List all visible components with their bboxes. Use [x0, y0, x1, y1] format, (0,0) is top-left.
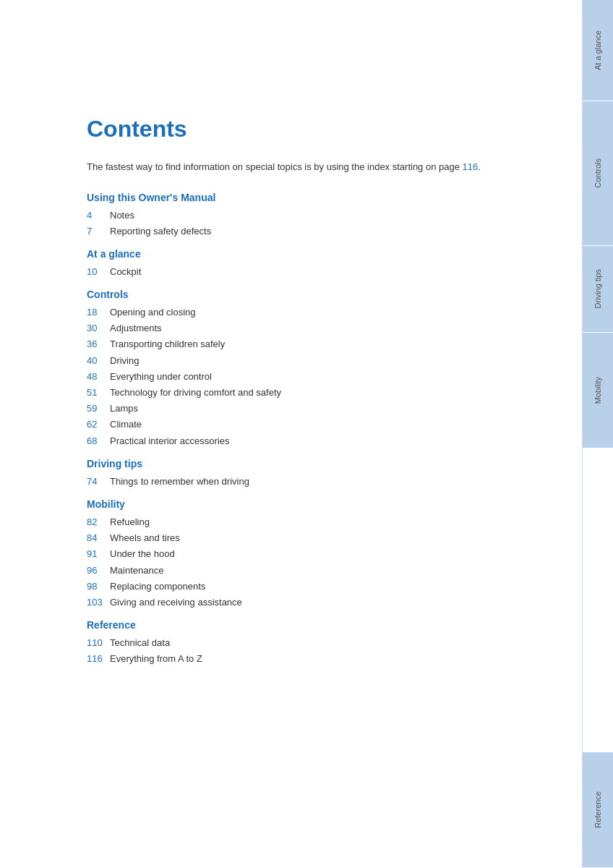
toc-item-text: Lamps	[110, 402, 138, 415]
toc-item-text: Technical data	[110, 637, 170, 650]
toc-item-text: Reporting safety defects	[110, 225, 211, 238]
page-content: Contents The fastest way to find informa…	[87, 116, 506, 676]
sidebar-tab-label-at-a-glance: At a glance	[593, 25, 602, 76]
toc-item-text: Giving and receiving assistance	[110, 596, 242, 609]
toc-page-number: 98	[87, 580, 110, 593]
sidebar-tab-label-driving-tips: Driving tips	[593, 263, 602, 314]
toc-page-number: 84	[87, 532, 110, 545]
sidebar-tab-at-a-glance[interactable]: At a glance	[583, 0, 613, 101]
toc-item-text: Opening and closing	[110, 306, 196, 319]
toc-page-number: 7	[87, 225, 110, 238]
toc-item: 7Reporting safety defects	[87, 225, 506, 238]
toc-section-controls: Controls18Opening and closing30Adjustmen…	[87, 289, 506, 448]
toc-item: 51Technology for driving comfort and saf…	[87, 386, 506, 399]
sidebar-tabs: At a glance Controls Driving tips Mobili…	[583, 0, 613, 868]
toc-item: 40Driving	[87, 354, 506, 367]
toc-item-text: Wheels and tires	[110, 532, 180, 545]
toc-section-driving-tips: Driving tips74Things to remember when dr…	[87, 458, 506, 488]
toc-page-number: 36	[87, 338, 110, 351]
intro-paragraph: The fastest way to find information on s…	[87, 160, 506, 174]
toc-page-number: 68	[87, 435, 110, 448]
toc-item: 4Notes	[87, 209, 506, 222]
sidebar-spacer	[583, 448, 613, 752]
toc-section-reference: Reference110Technical data116Everything …	[87, 619, 506, 665]
toc-page-number: 48	[87, 370, 110, 383]
toc-page-number: 82	[87, 516, 110, 529]
sidebar-tab-mobility[interactable]: Mobility	[583, 333, 613, 448]
toc-page-number: 10	[87, 265, 110, 278]
toc-item-text: Refueling	[110, 516, 150, 529]
toc-item-text: Notes	[110, 209, 134, 222]
toc-item: 10Cockpit	[87, 265, 506, 278]
toc-page-number: 30	[87, 322, 110, 335]
sidebar-tab-controls[interactable]: Controls	[583, 101, 613, 246]
toc-page-number: 74	[87, 475, 110, 488]
section-header: At a glance	[87, 248, 506, 260]
toc-item-text: Transporting children safely	[110, 338, 225, 351]
intro-link[interactable]: 116	[463, 161, 479, 172]
sidebar-line	[582, 0, 583, 868]
toc-item: 59Lamps	[87, 402, 506, 415]
toc-page-number: 40	[87, 354, 110, 367]
toc-item-text: Everything from A to Z	[110, 652, 202, 665]
toc-page-number: 116	[87, 652, 110, 665]
toc-item: 116Everything from A to Z	[87, 652, 506, 665]
toc-container: Using this Owner's Manual4Notes7Reportin…	[87, 192, 506, 666]
toc-item-text: Under the hood	[110, 548, 175, 561]
section-header: Controls	[87, 289, 506, 300]
toc-page-number: 96	[87, 564, 110, 577]
toc-page-number: 4	[87, 209, 110, 222]
toc-item: 110Technical data	[87, 637, 506, 650]
toc-item-text: Things to remember when driving	[110, 475, 249, 488]
toc-page-number: 51	[87, 386, 110, 399]
toc-page-number: 103	[87, 596, 110, 609]
toc-item: 84Wheels and tires	[87, 532, 506, 545]
toc-item-text: Maintenance	[110, 564, 163, 577]
toc-page-number: 110	[87, 637, 110, 650]
toc-page-number: 91	[87, 548, 110, 561]
toc-item-text: Climate	[110, 418, 142, 431]
toc-page-number: 18	[87, 306, 110, 319]
toc-item-text: Technology for driving comfort and safet…	[110, 386, 281, 399]
toc-item: 36Transporting children safely	[87, 338, 506, 351]
section-header: Reference	[87, 619, 506, 631]
toc-item: 68Practical interior accessories	[87, 435, 506, 448]
toc-item: 62Climate	[87, 418, 506, 431]
toc-item: 48Everything under control	[87, 370, 506, 383]
toc-item: 103Giving and receiving assistance	[87, 596, 506, 609]
sidebar-tab-label-reference: Reference	[593, 786, 602, 834]
toc-item: 74Things to remember when driving	[87, 475, 506, 488]
section-header: Using this Owner's Manual	[87, 192, 506, 203]
toc-item-text: Driving	[110, 354, 139, 367]
toc-item: 98Replacing components	[87, 580, 506, 593]
page-title: Contents	[87, 116, 506, 142]
toc-item-text: Practical interior accessories	[110, 435, 229, 448]
toc-section-using-this-owner's-manual: Using this Owner's Manual4Notes7Reportin…	[87, 192, 506, 238]
toc-item: 30Adjustments	[87, 322, 506, 335]
section-header: Mobility	[87, 498, 506, 510]
toc-page-number: 59	[87, 402, 110, 415]
toc-item-text: Replacing components	[110, 580, 205, 593]
toc-item-text: Adjustments	[110, 322, 162, 335]
toc-item: 96Maintenance	[87, 564, 506, 577]
sidebar-tab-label-mobility: Mobility	[593, 371, 602, 409]
toc-section-at-a-glance: At a glance10Cockpit	[87, 248, 506, 278]
sidebar-tab-driving-tips[interactable]: Driving tips	[583, 246, 613, 333]
toc-item: 91Under the hood	[87, 548, 506, 561]
sidebar-tab-reference[interactable]: Reference	[583, 752, 613, 868]
toc-item: 82Refueling	[87, 516, 506, 529]
toc-item-text: Cockpit	[110, 265, 141, 278]
toc-section-mobility: Mobility82Refueling84Wheels and tires91U…	[87, 498, 506, 609]
section-header: Driving tips	[87, 458, 506, 469]
sidebar-tab-label-controls: Controls	[593, 153, 602, 194]
toc-page-number: 62	[87, 418, 110, 431]
toc-item: 18Opening and closing	[87, 306, 506, 319]
toc-item-text: Everything under control	[110, 370, 212, 383]
